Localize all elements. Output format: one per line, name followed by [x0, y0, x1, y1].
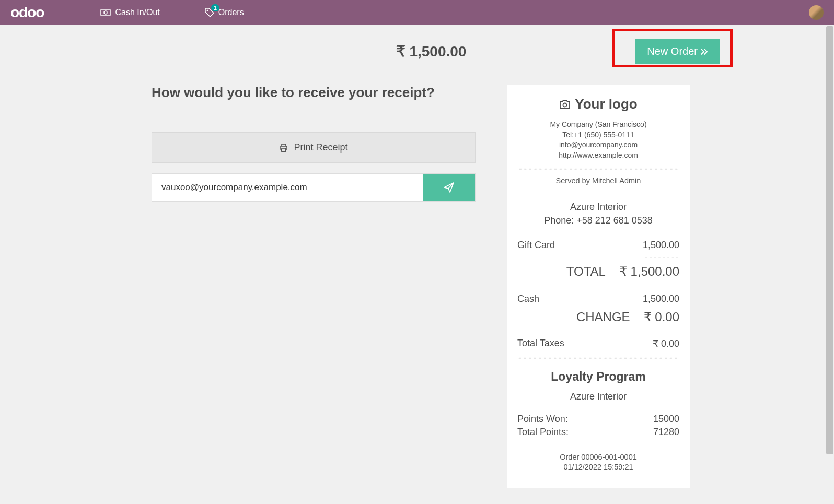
- loyalty-customer: Azure Interior: [517, 391, 679, 402]
- company-email: info@yourcompany.com: [517, 140, 679, 150]
- customer-info: Azure Interior Phone: +58 212 681 0538: [517, 201, 679, 227]
- order-datetime: 01/12/2022 15:59:21: [517, 462, 679, 473]
- customer-phone: Phone: +58 212 681 0538: [517, 214, 679, 227]
- change-label: CHANGE: [576, 310, 630, 324]
- receipt-logo-text: Your logo: [575, 96, 637, 112]
- divider-short: --------: [517, 253, 679, 261]
- svg-point-2: [206, 10, 208, 11]
- divider: --------------------------------: [517, 163, 679, 173]
- company-web: http://www.example.com: [517, 150, 679, 161]
- item-value: 1,500.00: [643, 240, 679, 251]
- total-amount: ₹ 1,500.00 New Order: [152, 36, 711, 74]
- orders-button[interactable]: 1 Orders: [201, 6, 248, 19]
- taxes-value: ₹ 0.00: [653, 338, 679, 349]
- cash-label: Cash In/Out: [115, 8, 159, 17]
- receipt-total: TOTAL ₹ 1,500.00: [517, 264, 679, 279]
- total-points-label: Total Points:: [517, 427, 569, 438]
- served-by: Served by Mitchell Admin: [517, 177, 679, 185]
- points-won-row: Points Won: 15000: [517, 414, 679, 425]
- receipt-change: CHANGE ₹ 0.00: [517, 310, 679, 324]
- loyalty-title: Loyalty Program: [517, 370, 679, 384]
- top-navbar: odoo Cash In/Out 1 Orders: [0, 0, 834, 25]
- print-icon: [279, 143, 288, 153]
- tender-value: 1,500.00: [643, 294, 679, 304]
- print-label: Print Receipt: [294, 142, 348, 153]
- receipt-taxes: Total Taxes ₹ 0.00: [517, 338, 679, 349]
- cash-icon: [100, 9, 111, 16]
- total-points-value: 71280: [653, 427, 679, 438]
- company-tel: Tel:+1 (650) 555-0111: [517, 130, 679, 140]
- tag-icon: 1: [205, 8, 214, 17]
- print-receipt-button[interactable]: Print Receipt: [152, 132, 476, 163]
- company-name: My Company (San Francisco): [517, 120, 679, 130]
- total-value: ₹ 1,500.00: [619, 264, 679, 279]
- send-email-button[interactable]: [423, 174, 475, 201]
- order-footer: Order 00006-001-0001 01/12/2022 15:59:21: [517, 452, 679, 473]
- item-label: Gift Card: [517, 240, 555, 251]
- chevron-double-right-icon: [700, 48, 709, 56]
- total-value: ₹ 1,500.00: [396, 43, 467, 60]
- receipt-line-item: Gift Card 1,500.00: [517, 240, 679, 251]
- orders-badge: 1: [211, 4, 219, 11]
- points-won-label: Points Won:: [517, 414, 568, 425]
- total-label: TOTAL: [566, 264, 606, 279]
- order-ref: Order 00006-001-0001: [517, 452, 679, 463]
- avatar[interactable]: [809, 5, 824, 20]
- new-order-button[interactable]: New Order: [635, 39, 720, 64]
- svg-rect-0: [101, 9, 110, 16]
- divider: --------------------------------------: [517, 353, 679, 362]
- new-order-label: New Order: [647, 45, 698, 57]
- odoo-logo[interactable]: odoo: [10, 4, 44, 21]
- tender-label: Cash: [517, 294, 539, 304]
- receipt-header: My Company (San Francisco) Tel:+1 (650) …: [517, 120, 679, 160]
- receipt-prompt-heading: How would you like to receive your recei…: [152, 85, 476, 101]
- receipt-preview: Your logo My Company (San Francisco) Tel…: [507, 85, 690, 488]
- svg-point-1: [104, 11, 107, 14]
- camera-icon: [559, 100, 571, 109]
- receipt-tender: Cash 1,500.00: [517, 294, 679, 304]
- cash-in-out-button[interactable]: Cash In/Out: [96, 6, 164, 19]
- customer-name: Azure Interior: [517, 201, 679, 214]
- svg-rect-3: [282, 148, 286, 151]
- paper-plane-icon: [443, 182, 455, 193]
- receipt-logo: Your logo: [517, 96, 679, 112]
- change-value: ₹ 0.00: [644, 310, 679, 324]
- email-input[interactable]: [152, 174, 423, 201]
- points-won-value: 15000: [653, 414, 679, 425]
- taxes-label: Total Taxes: [517, 338, 564, 349]
- svg-point-4: [563, 103, 567, 107]
- orders-label: Orders: [218, 8, 244, 17]
- total-points-row: Total Points: 71280: [517, 427, 679, 438]
